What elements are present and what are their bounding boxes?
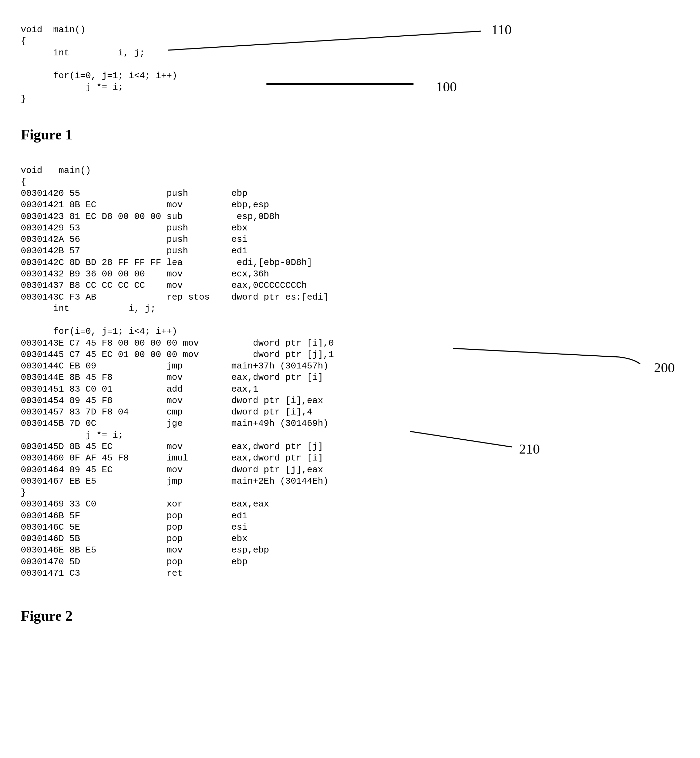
figure1-code: void main() { int i, j; for(i=0, j=1; i<… bbox=[21, 24, 679, 105]
figure1-callout-100: 100 bbox=[436, 78, 457, 95]
figure2-label: Figure 2 bbox=[21, 607, 679, 625]
figure1-callout-110: 110 bbox=[491, 21, 512, 38]
figure2-code: void main() { 00301420 55 push ebp 00301… bbox=[21, 165, 679, 580]
figure2-callout-210: 210 bbox=[519, 440, 540, 458]
figure2-callout-200: 200 bbox=[654, 359, 675, 376]
figure1-label: Figure 1 bbox=[21, 126, 679, 144]
